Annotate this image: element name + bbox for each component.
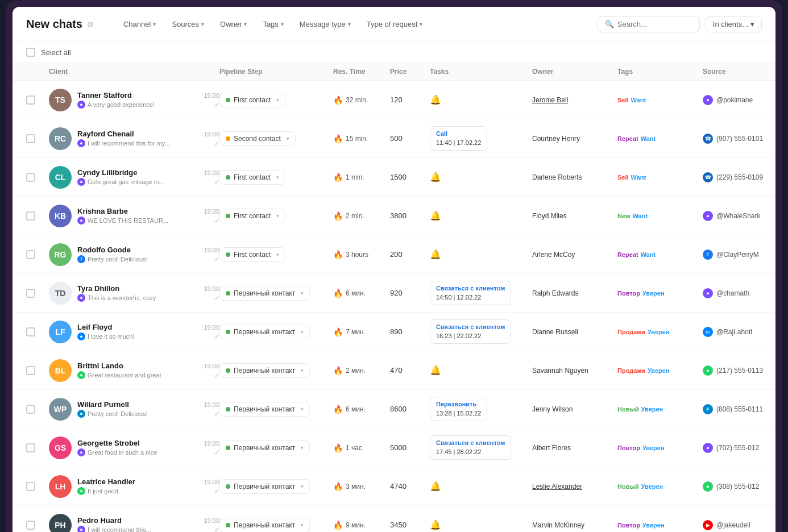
row-checkbox-4[interactable] <box>26 211 35 221</box>
task-card[interactable]: Связаться с клиентом14:50 | 12.02.22 <box>430 281 511 305</box>
pipeline-dropdown[interactable]: Первичный контакт▾ <box>219 440 310 455</box>
bell-icon[interactable]: 🔔 <box>430 249 441 260</box>
pipeline-dropdown[interactable]: Second contact▾ <box>219 131 296 146</box>
client-source-icon: ● <box>77 410 85 418</box>
tag[interactable]: Repeat <box>617 135 638 142</box>
avatar: GS <box>49 437 72 459</box>
client-name: Tyra Dhillon <box>77 284 119 293</box>
tag[interactable]: Уверен <box>648 367 670 374</box>
filter-btn-message_type[interactable]: Message type▾ <box>293 16 358 32</box>
price-cell: 8600 <box>390 405 430 413</box>
device-frame: New chats ⊘ Channel▾Sources▾Owner▾Tags▾M… <box>6 0 782 532</box>
select-all-checkbox[interactable] <box>26 48 35 57</box>
tag[interactable]: Уверен <box>641 483 663 490</box>
source-text: @ClayPerryM <box>716 251 759 259</box>
tag[interactable]: Повтор <box>617 290 640 297</box>
tags-cell: ПродажиУверен <box>617 367 703 374</box>
task-card[interactable]: Call11:40 | 17.02.22 <box>430 126 487 151</box>
client-info: Georgette Strobel19:00●Great food in suc… <box>77 439 219 456</box>
fire-icon: 🔥 <box>333 211 343 221</box>
tag[interactable]: Повтор <box>617 444 640 451</box>
tag[interactable]: Уверен <box>641 406 663 413</box>
tag[interactable]: Sell <box>617 174 629 181</box>
tasks-cell: 🔔 <box>430 365 532 376</box>
tags-cell: NewWant <box>617 213 703 219</box>
filter-btn-type_of_request[interactable]: Type of request▾ <box>360 16 430 32</box>
pipeline-dropdown[interactable]: Первичный контакт▾ <box>219 286 310 301</box>
owner-name: Arlene McCoy <box>532 251 575 259</box>
row-checkbox-3[interactable] <box>26 173 35 182</box>
table-row: LHLeatrice Handler19:00●It just good.✓Пе… <box>13 467 775 506</box>
tag[interactable]: Want <box>631 97 646 103</box>
pipeline-dropdown[interactable]: Первичный контакт▾ <box>219 363 310 378</box>
pipeline-dropdown[interactable]: First contact▾ <box>219 93 285 107</box>
pipeline-dropdown[interactable]: Первичный контакт▾ <box>219 325 310 339</box>
in-clients-button[interactable]: In clients... ▾ <box>706 16 762 32</box>
tag[interactable]: Продажи <box>617 367 645 374</box>
search-input[interactable] <box>617 20 686 28</box>
bell-icon[interactable]: 🔔 <box>430 365 441 376</box>
row-checkbox-8[interactable] <box>26 366 35 375</box>
pipeline-dropdown[interactable]: Первичный контакт▾ <box>219 402 310 417</box>
tag[interactable]: Want <box>631 174 646 181</box>
filter-btn-tags[interactable]: Tags▾ <box>256 16 290 32</box>
row-checkbox-7[interactable] <box>26 327 35 336</box>
tasks-cell: 🔔 <box>430 519 532 530</box>
row-checkbox-2[interactable] <box>26 134 35 143</box>
bell-icon[interactable]: 🔔 <box>430 519 441 530</box>
tag[interactable]: Want <box>641 135 656 142</box>
tag[interactable]: Новый <box>617 406 639 413</box>
pipeline-dropdown[interactable]: Первичный контакт▾ <box>219 479 310 494</box>
tag[interactable]: Уверен <box>648 329 670 335</box>
tag[interactable]: Продажи <box>617 329 645 335</box>
edit-icon[interactable]: ⊘ <box>87 20 94 29</box>
tag[interactable]: Уверен <box>642 290 665 297</box>
pipeline-dropdown[interactable]: First contact▾ <box>219 209 285 223</box>
tag[interactable]: New <box>617 213 631 219</box>
row-checkbox-11[interactable] <box>26 482 35 491</box>
tag[interactable]: Новый <box>617 483 639 490</box>
tag[interactable]: Уверен <box>642 522 665 529</box>
client-source-icon: ● <box>77 178 85 186</box>
owner-name[interactable]: Leslie Alexander <box>532 483 582 491</box>
task-card[interactable]: Связаться с клиентом16:23 | 22.02.22 <box>430 319 511 344</box>
row-checkbox-1[interactable] <box>26 95 35 105</box>
chevron-down-icon: ▾ <box>301 290 304 296</box>
row-checkbox-5[interactable] <box>26 250 35 259</box>
bell-icon[interactable]: 🔔 <box>430 94 441 105</box>
row-checkbox-10[interactable] <box>26 443 35 452</box>
tag[interactable]: Повтор <box>617 522 640 529</box>
pipeline-dropdown[interactable]: First contact▾ <box>219 170 285 185</box>
owner-name: Albert Flores <box>532 444 571 452</box>
pipeline-dropdown[interactable]: First contact▾ <box>219 247 285 262</box>
task-card[interactable]: Связаться с клиентом17:45 | 28.02.22 <box>430 435 511 460</box>
pipeline-dropdown[interactable]: Первичный контакт▾ <box>219 518 310 533</box>
pipeline-dot <box>226 291 230 296</box>
bell-icon[interactable]: 🔔 <box>430 481 441 492</box>
tag[interactable]: Repeat <box>617 251 638 258</box>
bell-icon[interactable]: 🔔 <box>430 172 441 182</box>
res-time-cell: 🔥15 min. <box>333 134 390 143</box>
owner-name[interactable]: Jerome Bell <box>532 96 568 104</box>
avatar: LF <box>49 321 72 343</box>
filter-btn-channel[interactable]: Channel▾ <box>117 16 163 32</box>
bell-icon[interactable]: 🔔 <box>430 210 441 221</box>
row-checkbox-6[interactable] <box>26 289 35 298</box>
price-cell: 1500 <box>390 173 430 181</box>
avatar: KB <box>49 205 72 227</box>
task-detail: 11:40 | 17.02.22 <box>436 139 481 147</box>
row-checkbox-9[interactable] <box>26 405 35 414</box>
filter-btn-owner[interactable]: Owner▾ <box>213 16 254 32</box>
fire-icon: 🔥 <box>333 173 343 182</box>
task-card[interactable]: Перезвонить13:28 | 15.02.22 <box>430 397 487 421</box>
tags-cell: SellWant <box>617 174 703 181</box>
tag[interactable]: Sell <box>617 97 629 103</box>
tag[interactable]: Want <box>641 251 656 258</box>
col-header-res.-time: Res. time <box>333 68 390 76</box>
client-info: Krishna Barbe19:00●WE LOVE THIS RESTAUR.… <box>77 207 219 225</box>
tag[interactable]: Want <box>633 213 648 219</box>
row-checkbox-12[interactable] <box>26 521 35 530</box>
tag[interactable]: Уверен <box>642 444 665 451</box>
source-cell: ●(308) 555-012 <box>703 481 775 492</box>
filter-btn-sources[interactable]: Sources▾ <box>165 16 211 32</box>
